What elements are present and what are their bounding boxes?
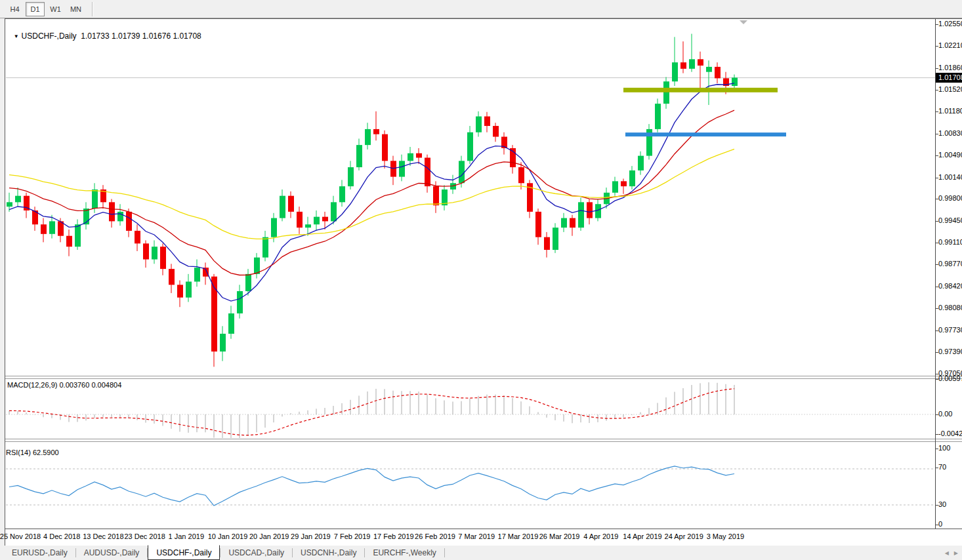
rsi-axis-label: 0 — [938, 520, 942, 528]
date-axis-label: 17 Feb 2019 — [373, 532, 414, 540]
price-axis-label: 0.98080 — [938, 304, 962, 311]
macd-indicator-label: MACD(12,26,9) 0.003760 0.004804 — [7, 381, 121, 389]
chart-ohlc-values: 1.01733 1.01739 1.01676 1.01708 — [81, 31, 201, 41]
price-axis-label: 1.01860 — [938, 64, 962, 71]
tab-usdchf-daily[interactable]: USDCHF-,Daily — [148, 545, 220, 560]
axis-tick — [936, 505, 938, 506]
chart-tab-bar: EURUSD-,DailyAUDUSD-,DailyUSDCHF-,DailyU… — [0, 546, 962, 560]
rsi-chart-canvas[interactable] — [0, 441, 935, 528]
price-axis-label: 0.97390 — [938, 348, 962, 355]
axis-tick — [936, 46, 938, 47]
axis-tick — [936, 111, 938, 112]
pane-splitter[interactable] — [5, 376, 962, 379]
date-axis-label: 4 Apr 2019 — [583, 532, 618, 540]
date-axis-label: 25 Nov 2018 — [0, 532, 41, 540]
axis-tick — [936, 525, 938, 525]
timeframe-button-w1[interactable]: W1 — [46, 2, 65, 16]
date-axis-label: 23 Dec 2018 — [124, 532, 165, 540]
price-axis-label: 1.00140 — [938, 173, 962, 181]
date-axis-label: 7 Feb 2019 — [334, 532, 371, 540]
axis-tick — [936, 449, 938, 449]
chart-symbol-period: USDCHF-,Daily — [22, 31, 77, 41]
axis-tick — [936, 379, 938, 380]
timeframe-button-mn[interactable]: MN — [66, 2, 85, 16]
price-axis-label: 0.99800 — [938, 194, 962, 202]
tab-eurchf-weekly[interactable]: EURCHF-,Weekly — [365, 546, 444, 560]
date-axis-label: 14 Apr 2019 — [623, 532, 661, 540]
symbol-dropdown-icon[interactable]: ▼ — [14, 33, 19, 39]
price-axis-label: 0.99110 — [938, 238, 962, 246]
date-axis-label: 1 Jan 2019 — [169, 532, 204, 540]
current-price-tag: 1.01708 — [936, 73, 962, 83]
tab-separator — [444, 548, 445, 557]
date-axis-label: 26 Feb 2019 — [415, 532, 455, 540]
tab-usdcnh-daily[interactable]: USDCNH-,Daily — [293, 546, 364, 560]
price-axis-label: 1.00830 — [938, 129, 962, 137]
price-axis-label: 1.02550 — [938, 20, 962, 28]
tab-scroll-controls: ◀ ▶ — [945, 546, 958, 560]
axis-tick — [936, 243, 938, 243]
price-chart-canvas[interactable] — [0, 19, 935, 376]
price-axis-label: 0.98770 — [938, 260, 962, 268]
axis-tick — [936, 155, 938, 156]
tab-scroll-right-icon[interactable]: ▶ — [954, 550, 958, 556]
axis-tick — [936, 308, 938, 309]
rsi-axis-label: 100 — [938, 444, 950, 452]
level-line-resistance-olive — [623, 88, 778, 92]
axis-tick — [936, 178, 938, 178]
date-axis-label: 26 Mar 2019 — [539, 532, 580, 540]
axis-tick — [936, 134, 938, 134]
axis-tick — [936, 330, 938, 331]
axis-tick — [936, 468, 938, 468]
tab-audusd-daily[interactable]: AUDUSD-,Daily — [76, 546, 148, 560]
axis-tick — [936, 199, 938, 199]
axis-tick — [936, 287, 938, 287]
date-axis[interactable]: 25 Nov 20184 Dec 201813 Dec 201823 Dec 2… — [5, 529, 962, 546]
timeframe-toolbar: H4D1W1MN — [0, 0, 962, 18]
price-axis-label: 1.01520 — [938, 85, 962, 93]
axis-tick — [936, 264, 938, 265]
axis-tick — [936, 434, 938, 435]
date-axis-label: 10 Jan 2019 — [208, 532, 248, 540]
chart-title: ▼USDCHF-,Daily 1.01733 1.01739 1.01676 1… — [9, 22, 201, 41]
price-axis-label: 1.01180 — [938, 107, 962, 115]
price-axis-label: 1.02210 — [938, 41, 962, 49]
price-axis-label: 0.98420 — [938, 282, 962, 290]
macd-chart-canvas[interactable] — [0, 378, 935, 439]
date-axis-label: 24 Apr 2019 — [665, 532, 703, 540]
axis-tick — [936, 68, 938, 69]
date-axis-label: 13 Dec 2018 — [83, 532, 123, 540]
date-axis-label: 3 May 2019 — [707, 532, 744, 540]
pane-splitter[interactable] — [5, 439, 962, 442]
macd-axis-label: 0.00 — [938, 410, 952, 418]
date-axis-label: 7 Mar 2019 — [458, 532, 495, 540]
toolbar-separator — [92, 2, 93, 16]
date-axis-label: 17 Mar 2019 — [498, 532, 539, 540]
tab-eurusd-daily[interactable]: EURUSD-,Daily — [4, 546, 75, 560]
date-axis-label: 29 Jan 2019 — [291, 532, 331, 540]
date-axis-label: 20 Jan 2019 — [249, 532, 289, 540]
level-line-support-blue — [625, 132, 786, 136]
axis-tick — [936, 221, 938, 222]
price-axis-label: 0.99450 — [938, 216, 962, 224]
tab-usdcad-daily[interactable]: USDCAD-,Daily — [220, 546, 292, 560]
axis-tick — [936, 90, 938, 90]
axis-tick — [936, 414, 938, 415]
value-axis[interactable]: 1.01708 1.025501.022101.018601.015201.01… — [935, 19, 962, 529]
macd-axis-label: 0.00597 — [938, 374, 962, 382]
axis-tick — [936, 24, 938, 25]
timeframe-button-d1[interactable]: D1 — [26, 2, 45, 16]
timeframe-button-h4[interactable]: H4 — [5, 2, 24, 16]
macd-axis-label: -0.004243 — [938, 430, 962, 437]
axis-tick — [936, 352, 938, 353]
tab-scroll-left-icon[interactable]: ◀ — [945, 550, 949, 556]
rsi-indicator-label: RSI(14) 62.5900 — [6, 449, 59, 456]
price-axis-label: 0.97730 — [938, 326, 962, 334]
price-axis-label: 1.00490 — [938, 151, 962, 159]
rsi-axis-label: 30 — [938, 500, 946, 508]
date-axis-label: 4 Dec 2018 — [43, 532, 80, 540]
rsi-axis-label: 70 — [938, 463, 946, 471]
